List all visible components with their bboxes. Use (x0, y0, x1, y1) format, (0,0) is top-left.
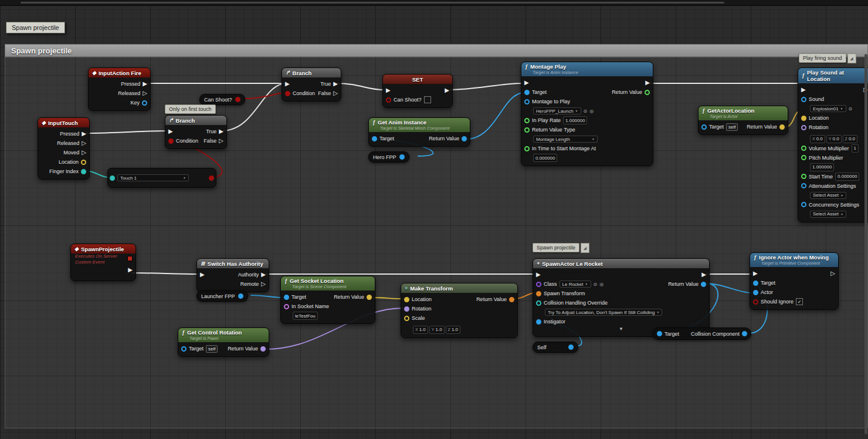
pin-start-time[interactable] (801, 174, 806, 179)
pin-location[interactable] (404, 297, 409, 302)
use-asset-icon[interactable]: ⊙ (584, 109, 588, 114)
pin-target[interactable] (753, 281, 758, 286)
pin-return-value[interactable] (462, 136, 467, 141)
return-value-type-dropdown[interactable]: Montage Length▼ (533, 136, 598, 143)
scale-z-field[interactable]: Z1.0 (446, 326, 460, 334)
node-get-can-shoot[interactable]: Can Shoot? (199, 94, 245, 105)
right-scrollbar[interactable] (864, 54, 867, 434)
node-header[interactable]: ƒGet Socket Location Target is Scene Com… (281, 276, 375, 291)
exec-pin-in[interactable]: ▶ (524, 80, 529, 86)
pin-montage-to-play[interactable] (524, 99, 530, 104)
top-scrollbar-handle[interactable] (21, 2, 724, 4)
node-branch-2[interactable]: ↱ Branch ▶ True▶ Condition False▷ (165, 115, 227, 149)
exec-pin-false[interactable]: ▷ (333, 90, 338, 96)
exec-pin-moved[interactable]: ▷ (82, 150, 86, 156)
node-get-anim-instance[interactable]: ƒGet Anim Instance Target is Skeletal Me… (368, 117, 470, 147)
attenuation-dropdown[interactable]: Select Asset▼ (810, 192, 846, 199)
rotation-z-field[interactable]: Z0.0 (843, 135, 857, 143)
pin-pitch-multiplier[interactable] (801, 155, 806, 160)
can-shoot-checkbox[interactable] (424, 96, 431, 103)
node-play-sound-at-location[interactable]: ƒ Play Sound at Location ▶ ▷ Sound Explo… (798, 67, 868, 222)
rotation-y-field[interactable]: Y0.0 (826, 135, 842, 143)
exec-pin-out[interactable]: ▶ (701, 272, 706, 278)
pin-hero-fpp-out[interactable] (399, 154, 405, 160)
pin-spawn-transform[interactable] (536, 291, 541, 296)
pin-target[interactable] (181, 346, 187, 352)
node-header[interactable]: ƒMontage Play Target is Anim Instance (521, 62, 653, 76)
node-header[interactable]: × Make Transform (401, 283, 517, 293)
should-ignore-checkbox[interactable]: ✓ (796, 298, 803, 305)
bubble-grip-icon[interactable]: ◢ (847, 53, 856, 63)
scale-y-field[interactable]: Y1.0 (429, 326, 445, 334)
pin-collision-component-out[interactable] (742, 331, 747, 336)
exec-pin-false[interactable]: ▷ (219, 138, 223, 144)
pin-return-value[interactable] (367, 295, 372, 300)
scale-x-field[interactable]: X1.0 (413, 326, 428, 334)
start-time-field[interactable]: 0.000000 (835, 173, 859, 181)
collision-handling-dropdown[interactable]: Try To Adjust Location, Don't Spawn If S… (545, 309, 662, 316)
exec-pin-released[interactable]: ▷ (82, 140, 86, 146)
top-scrollbar[interactable] (0, 0, 868, 6)
pin-launcher-fpp-out[interactable] (238, 293, 243, 299)
node-header[interactable]: ◆ SpawnProjectile (71, 244, 135, 254)
comment-bubble-spawn-projectile[interactable]: Spawn projectile ◢ (533, 243, 589, 253)
node-get-actor-location[interactable]: ƒGetActorLocation Target is Actor Target… (698, 106, 788, 135)
pin-finger-index[interactable] (81, 169, 86, 174)
exec-pin-out[interactable]: ▶ (445, 87, 449, 93)
pin-target[interactable] (657, 331, 662, 336)
socket-name-field[interactable]: leTestFou (293, 312, 318, 320)
node-spawn-actor-le-rocket[interactable]: + SpawnActor Le Rocket ▶ ▶ Class Le Rock… (533, 258, 710, 337)
node-switch-has-authority[interactable]: ≣ Switch Has Authority ▶ Authority▶ Remo… (196, 258, 269, 292)
node-get-launcher-fpp[interactable]: Launcher FPP (196, 291, 248, 302)
node-ignore-actor-when-moving[interactable]: ƒIgnore Actor when Moving Target is Prim… (750, 252, 839, 310)
pin-scale[interactable] (404, 316, 409, 321)
pin-key[interactable] (142, 100, 147, 106)
exec-pin-pressed[interactable]: ▶ (143, 81, 147, 87)
comment-bubble-play-firing-sound[interactable]: Play firing sound ◢ (799, 53, 856, 63)
bubble-grip-icon[interactable]: ◢ (581, 243, 589, 253)
node-get-socket-location[interactable]: ƒGet Socket Location Target is Scene Com… (280, 276, 375, 324)
rotation-x-field[interactable]: X0.0 (810, 135, 825, 143)
pin-return-value[interactable] (645, 90, 650, 95)
pin-compare-in[interactable] (110, 175, 115, 181)
pin-attenuation-settings[interactable] (801, 183, 806, 188)
node-get-control-rotation[interactable]: ƒGet Control Rotation Target is Pawn Tar… (178, 327, 269, 357)
exec-pin-in[interactable]: ▶ (386, 87, 391, 93)
node-header[interactable]: SET (383, 75, 452, 84)
exec-pin-in[interactable]: ▶ (285, 81, 290, 87)
blueprint-canvas[interactable]: Spawn projectile Spawn projectile (0, 0, 868, 439)
pin-in-socket-name[interactable] (284, 304, 289, 309)
in-play-rate-field[interactable]: 1.000000 (563, 116, 587, 124)
comment-bubble-only-first-touch[interactable]: Only on first touch (165, 104, 216, 114)
node-header[interactable]: ↱ Branch (282, 68, 341, 77)
pin-concurrency-settings[interactable] (801, 202, 806, 207)
node-input-touch[interactable]: ◆ InputTouch Pressed▶ Released▷ Moved▷ L… (38, 117, 90, 180)
pin-rotation[interactable] (801, 125, 806, 130)
in-time-field[interactable]: 0.000000 (533, 154, 557, 162)
pin-target[interactable] (524, 90, 530, 95)
exec-pin-in[interactable]: ▶ (200, 272, 205, 278)
concurrency-dropdown[interactable]: Select Asset▼ (810, 211, 846, 218)
node-header[interactable]: ◆ InputAction Fire (89, 68, 150, 77)
pin-can-shoot-out[interactable] (235, 97, 240, 102)
node-montage-play[interactable]: ƒMontage Play Target is Anim Instance ▶ … (521, 62, 653, 166)
exec-pin-true[interactable]: ▶ (219, 129, 223, 134)
node-header[interactable]: + SpawnActor Le Rocket (533, 259, 709, 268)
browse-asset-icon[interactable]: ◎ (599, 282, 603, 287)
exec-pin-in[interactable]: ▶ (801, 87, 806, 93)
exec-pin-in[interactable]: ▶ (168, 129, 173, 134)
exec-pin-out[interactable]: ▷ (830, 271, 835, 276)
pitch-field[interactable]: 1.000000 (810, 163, 834, 171)
node-touch-compare[interactable]: Touch 1 ▼ (107, 168, 216, 188)
pin-return-value[interactable] (779, 124, 785, 130)
sound-asset-dropdown[interactable]: Explosion01▼ (810, 105, 846, 112)
pin-in-time[interactable] (524, 146, 530, 151)
exec-pin-out[interactable]: ▶ (128, 267, 133, 273)
node-get-collision-component[interactable]: Target Collision Component (653, 327, 751, 340)
pin-location[interactable] (81, 160, 86, 165)
node-spawn-projectile-event[interactable]: ◆ SpawnProjectile Executes On Server Cus… (70, 244, 136, 281)
pin-return-value-type[interactable] (524, 127, 530, 133)
node-header[interactable]: ↱ Branch (165, 116, 226, 125)
node-branch-1[interactable]: ↱ Branch ▶ True▶ Condition False▷ (282, 67, 341, 102)
pin-class[interactable] (536, 282, 541, 287)
